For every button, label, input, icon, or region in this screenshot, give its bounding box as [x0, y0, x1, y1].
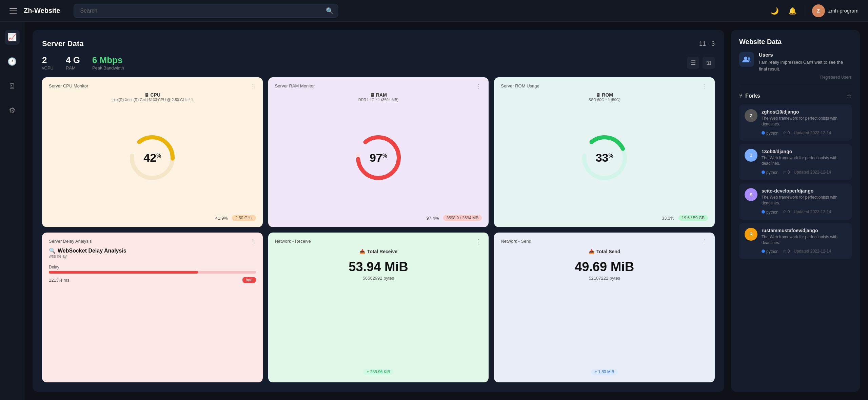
fork-name-1: 13ob0/django [762, 149, 846, 154]
svg-point-6 [744, 57, 747, 60]
stat-vcpu: 2 vCPU [42, 55, 54, 71]
fork-desc-1: The Web framework for perfectionists wit… [762, 155, 846, 167]
topnav-right: 🌙 🔔 Z zmh-program [769, 4, 859, 17]
list-view-button[interactable]: ☰ [687, 57, 699, 69]
sidebar-item-calendar[interactable]: 🗓 [5, 79, 20, 94]
rom-card-title: Server ROM Usage [501, 83, 539, 88]
rom-percentage-text: 33% [596, 152, 613, 163]
rom-footer-pct: 33.3% [662, 216, 674, 221]
sidebar-item-chart[interactable]: 📈 [5, 30, 20, 45]
fork-info-0: zghost10/django The Web framework for pe… [762, 109, 846, 136]
fork-lang-3: python [766, 249, 778, 254]
ram-card-title: Server RAM Monitor [275, 83, 315, 88]
divider [739, 86, 852, 86]
fork-name-0: zghost10/django [762, 109, 846, 115]
send-monitor-card: Network - Send ⋮ 📤 Total Send 49.69 MiB … [494, 233, 715, 382]
users-description: I am really impressed! Can't wait to see… [759, 59, 852, 72]
sidebar-item-monitor[interactable]: 🕐 [5, 54, 20, 69]
fork-avatar-2: S [745, 188, 757, 201]
search-input[interactable] [74, 4, 338, 18]
ram-device-sub: DDR4 4G * 1 (3694 MB) [275, 98, 482, 102]
receive-icon-label: 📥 Total Receive [275, 249, 482, 254]
search-icon: 🔍 [326, 7, 333, 15]
topnav: Zh-Website 🔍 🌙 🔔 Z zmh-program [0, 0, 868, 22]
website-data-title: Website Data [739, 38, 852, 46]
cpu-card-menu-button[interactable]: ⋮ [250, 83, 256, 89]
view-controls: ☰ ⊞ [687, 57, 715, 69]
hamburger-menu[interactable] [9, 8, 17, 14]
fork-lang-dot-3 [762, 249, 765, 253]
users-icon [742, 56, 751, 63]
right-panel: Website Data Users I am really impressed… [731, 30, 860, 392]
rom-footer-chip: 19.6 / 59 GB [678, 215, 708, 221]
fork-avatar-0: Z [745, 109, 757, 122]
ram-gauge-wrap: 97% [275, 103, 482, 212]
delay-monitor-card: Server Delay Analysis ⋮ 🔍 WebSocket Dela… [42, 233, 263, 382]
content-area: Server Data 11 - 3 2 vCPU 4 G RAM 6 Mbps… [24, 22, 868, 400]
rom-card-menu-button[interactable]: ⋮ [702, 83, 708, 89]
server-panel-badge: 11 - 3 [699, 40, 715, 47]
theme-toggle-button[interactable]: 🌙 [769, 5, 780, 16]
receive-card-menu-button[interactable]: ⋮ [476, 239, 482, 245]
delay-bar-fill [49, 271, 198, 274]
sidebar: 📈 🕐 🗓 ⚙ [0, 22, 24, 400]
fork-icon: ⑂ [739, 93, 743, 99]
rom-card-header: Server ROM Usage ⋮ [501, 83, 708, 89]
send-card-menu-button[interactable]: ⋮ [702, 239, 708, 245]
stat-ram: 4 G RAM [66, 55, 80, 71]
ram-card-menu-button[interactable]: ⋮ [476, 83, 482, 89]
delay-ws-sub: wss delay [49, 254, 256, 259]
users-content: Users I am really impressed! Can't wait … [759, 52, 852, 80]
fork-desc-3: The Web framework for perfectionists wit… [762, 234, 846, 246]
fork-stars-0: ☆ 0 [783, 131, 790, 135]
send-delta: + 1.80 MiB [591, 369, 618, 375]
receive-value: 53.94 MiB [275, 260, 482, 274]
fork-stars-3: ☆ 0 [783, 249, 790, 254]
cpu-footer-pct: 41.9% [215, 216, 228, 221]
users-registered-label: Registered Users [759, 75, 852, 80]
receive-footer: + 285.96 KiB [275, 367, 482, 376]
fork-item: S seito-developer/django The Web framewo… [739, 183, 852, 220]
brand-title: Zh-Website [24, 7, 60, 15]
stat-vcpu-label: vCPU [42, 65, 54, 71]
fork-updated-0: Updated 2022-12-14 [794, 131, 831, 135]
main-layout: 📈 🕐 🗓 ⚙ Server Data 11 - 3 2 vCPU 4 G RA… [0, 22, 868, 400]
server-panel-title: Server Data [42, 39, 83, 48]
fork-item: 1 13ob0/django The Web framework for per… [739, 144, 852, 180]
grid-view-button[interactable]: ⊞ [703, 57, 715, 69]
forks-star-button[interactable]: ☆ [846, 92, 852, 100]
user-avatar-wrap[interactable]: Z zmh-program [812, 4, 859, 17]
stat-ram-label: RAM [66, 65, 80, 71]
fork-lang-dot-1 [762, 171, 765, 174]
fork-item-header: S seito-developer/django The Web framewo… [745, 188, 846, 215]
fork-item-header: R rustammustafoev/django The Web framewo… [745, 228, 846, 255]
send-icon-label: 📤 Total Send [501, 249, 708, 254]
fork-lang-1: python [766, 170, 778, 175]
notifications-button[interactable]: 🔔 [787, 5, 798, 16]
ram-footer-pct: 97.4% [427, 216, 439, 221]
rom-card-footer: 33.3% 19.6 / 59 GB [501, 215, 708, 221]
fork-meta-1: python ☆ 0 Updated 2022-12-14 [762, 169, 846, 175]
search-bar: 🔍 [74, 4, 338, 18]
users-icon-wrap [739, 52, 754, 67]
fork-stars-1: ☆ 0 [783, 170, 790, 175]
fork-info-2: seito-developer/django The Web framework… [762, 188, 846, 215]
sidebar-item-settings[interactable]: ⚙ [5, 103, 20, 118]
send-card-header: Network - Send ⋮ [501, 239, 708, 245]
delay-ws-label: 🔍 WebSocket Delay Analysis [49, 247, 256, 254]
send-bytes: 52107222 bytes [501, 276, 708, 281]
fork-list: Z zghost10/django The Web framework for … [739, 104, 852, 262]
cpu-card-header: Server CPU Monitor ⋮ [49, 83, 256, 89]
fork-item: Z zghost10/django The Web framework for … [739, 104, 852, 141]
delay-footer: 1213.4 ms bad [49, 277, 256, 283]
cpu-footer-chip: 2.50 GHz [232, 215, 256, 221]
receive-bytes: 56562992 bytes [275, 276, 482, 281]
fork-updated-2: Updated 2022-12-14 [794, 209, 831, 214]
avatar: Z [812, 4, 825, 17]
cpu-device-sub: Intel(R) Xeon(R) Gold 6133 CPU @ 2.50 GH… [49, 98, 256, 102]
fork-name-2: seito-developer/django [762, 188, 846, 194]
receive-delta: + 285.96 KiB [363, 369, 393, 375]
delay-card-menu-button[interactable]: ⋮ [250, 239, 256, 245]
users-section: Users I am really impressed! Can't wait … [739, 52, 852, 80]
cpu-device-label: 🖥 CPU [49, 92, 256, 98]
